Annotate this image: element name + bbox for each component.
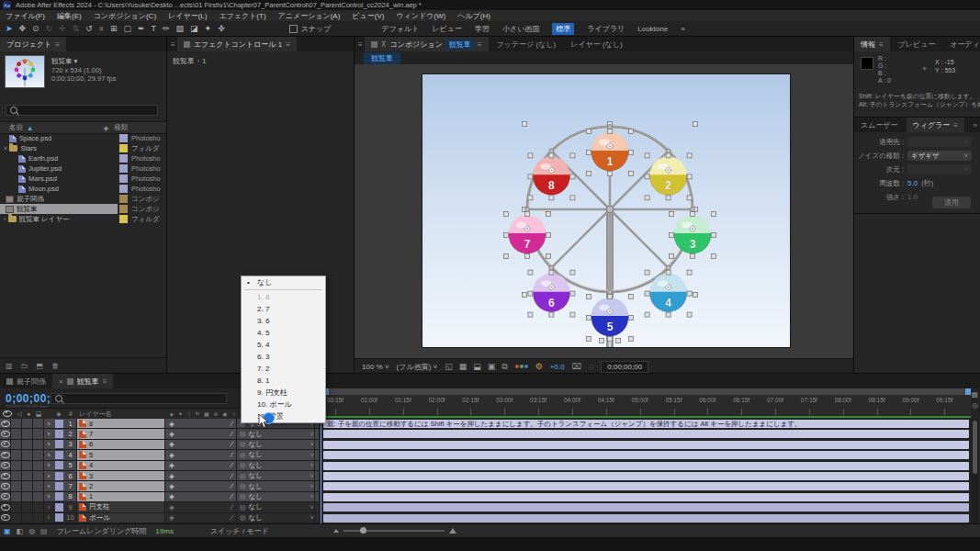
- layer-label-swatch[interactable]: [55, 430, 63, 438]
- new-composition-icon[interactable]: ⬒: [37, 362, 44, 370]
- expand-arrow-icon[interactable]: ˅: [4, 144, 7, 152]
- parent-select[interactable]: なし: [249, 502, 263, 512]
- new-folder-icon[interactable]: 🗀: [21, 362, 28, 370]
- smoother-tab[interactable]: スムーザー: [854, 118, 905, 132]
- layer-name[interactable]: 2: [89, 482, 93, 490]
- camera-tool-icon[interactable]: ⌗: [99, 24, 104, 34]
- resolution-select[interactable]: (フル画質) ˅: [397, 362, 438, 372]
- twirl-arrow-icon[interactable]: ›: [44, 440, 53, 449]
- visibility-eye-icon[interactable]: [1, 493, 10, 500]
- parent-select[interactable]: なし: [249, 482, 263, 491]
- timeline-search-input[interactable]: [51, 393, 227, 404]
- collapse-switch-icon[interactable]: ◈: [169, 461, 175, 469]
- layer-row-2[interactable]: ›27◈∕◎なし˅: [0, 429, 319, 439]
- layer-duration-bar-4[interactable]: [323, 451, 969, 459]
- layer-name[interactable]: 3: [89, 472, 93, 480]
- menu-item-none[interactable]: • なし: [242, 276, 325, 288]
- parent-select[interactable]: なし: [249, 450, 263, 459]
- layer-label-swatch[interactable]: [55, 492, 63, 500]
- twirl-arrow-icon[interactable]: ›: [44, 461, 53, 470]
- timeline-zoom-slider[interactable]: [333, 528, 456, 534]
- project-item-観覧車[interactable]: 観覧車コンポジ: [0, 204, 166, 214]
- zoom-in-icon[interactable]: [449, 528, 456, 534]
- collapse-switch-icon[interactable]: ◈: [169, 513, 175, 522]
- parent-pick-whip-icon[interactable]: ◎: [240, 492, 246, 500]
- layer-label-swatch[interactable]: [55, 472, 63, 480]
- quality-switch-icon[interactable]: ∕: [231, 430, 232, 438]
- pan-camera-tool-icon[interactable]: ✛: [59, 24, 66, 33]
- delete-item-icon[interactable]: 🗑: [51, 362, 59, 370]
- project-tab[interactable]: プロジェクト≡: [0, 37, 66, 51]
- quality-switch-icon[interactable]: ∕: [231, 451, 232, 459]
- twirl-arrow-icon[interactable]: ›: [44, 471, 53, 480]
- layer-duration-bar-1[interactable]: 親: 子を親の位置に移動するには Shift キーを押したままにします。子のトラ…: [323, 420, 969, 428]
- chevron-down-icon[interactable]: ˅: [310, 513, 314, 522]
- panel-menu-icon[interactable]: ≡: [879, 40, 884, 49]
- layer-name[interactable]: 円支柱: [89, 502, 110, 512]
- chevron-down-icon[interactable]: ˅: [310, 482, 314, 490]
- layer-duration-bar-9[interactable]: [323, 503, 969, 512]
- workspace-標準[interactable]: 標準: [552, 23, 574, 35]
- menu-5[interactable]: アニメーション(A): [278, 11, 341, 21]
- eraser-tool-icon[interactable]: ◪: [190, 24, 198, 33]
- type-tool-icon[interactable]: T: [152, 24, 157, 33]
- field-value[interactable]: 5.0: [907, 179, 918, 187]
- preview-tab[interactable]: プレビュー: [892, 37, 942, 51]
- open-comp-tab[interactable]: 観覧車: [364, 52, 400, 64]
- workspace-レビュー[interactable]: レビュー: [432, 24, 462, 34]
- navigator-end-handle[interactable]: [965, 388, 971, 395]
- visibility-eye-icon[interactable]: [1, 421, 10, 427]
- panel-menu-icon[interactable]: ≡: [55, 40, 60, 49]
- mask-visibility-icon[interactable]: ⬓: [473, 362, 481, 372]
- roto-brush-tool-icon[interactable]: ✦: [205, 24, 212, 33]
- chevron-down-icon[interactable]: ˅: [310, 430, 314, 438]
- project-item-Earth.psd[interactable]: Earth.psdPhotosho: [0, 153, 166, 163]
- puppet-pin-tool-icon[interactable]: ✜: [218, 24, 225, 33]
- menu-1[interactable]: 編集(E): [57, 11, 82, 21]
- chevron-down-icon[interactable]: ˅: [310, 503, 314, 512]
- twirl-arrow-icon[interactable]: ›: [44, 450, 53, 459]
- quality-switch-icon[interactable]: ∕: [231, 440, 232, 448]
- quality-switch-icon[interactable]: ∕: [231, 492, 232, 500]
- hand-tool-icon[interactable]: ✥: [19, 24, 27, 33]
- clone-stamp-tool-icon[interactable]: ▨: [176, 24, 185, 33]
- pen-tool-icon[interactable]: ✒: [138, 24, 145, 33]
- label-column-icon[interactable]: ◈: [103, 124, 108, 132]
- collapse-switch-icon[interactable]: ◈: [169, 451, 175, 459]
- hide-shy-layers-icon[interactable]: ◍: [28, 527, 35, 535]
- graph-editor-icon[interactable]: ▦: [971, 390, 978, 399]
- label-swatch[interactable]: [119, 174, 128, 183]
- quality-switch-icon[interactable]: ∕: [231, 513, 232, 522]
- twirl-arrow-icon[interactable]: ›: [44, 502, 53, 512]
- field-select[interactable]: ギザギザ˅: [907, 151, 972, 161]
- parent-select[interactable]: なし: [249, 471, 263, 480]
- layer-name-header[interactable]: レイヤー名: [77, 410, 167, 419]
- timeline-tab-oyako[interactable]: 親子関係: [0, 374, 52, 388]
- parent-pick-whip-icon[interactable]: ◎: [240, 482, 246, 490]
- workspace-デフォルト[interactable]: デフォルト: [381, 24, 419, 34]
- layer-label-swatch[interactable]: [55, 503, 63, 512]
- workspace-小さい画面[interactable]: 小さい画面: [502, 24, 539, 34]
- workspace-Looktone[interactable]: Looktone: [637, 25, 668, 33]
- label-swatch[interactable]: [119, 215, 128, 223]
- panel-group-icon[interactable]: ≡: [171, 40, 175, 49]
- project-item-親子関係[interactable]: 親子関係コンポジ: [0, 194, 166, 204]
- footage-tab[interactable]: フッテージ (なし): [490, 37, 563, 51]
- preview-comp-name[interactable]: 観覧車 ▾: [51, 57, 77, 66]
- menu-item-10. ポール[interactable]: 10. ポール: [242, 399, 325, 410]
- layer-label-swatch[interactable]: [55, 451, 63, 459]
- layer-name[interactable]: 5: [89, 451, 93, 459]
- layer-duration-bar-5[interactable]: [323, 462, 969, 470]
- switch-mode-toggle[interactable]: スイッチ / モード: [210, 526, 269, 536]
- visibility-eye-icon[interactable]: [1, 514, 10, 521]
- visibility-eye-icon[interactable]: [1, 441, 10, 447]
- parent-pick-whip-icon[interactable]: ◎: [240, 440, 246, 448]
- parent-select[interactable]: なし: [249, 461, 263, 470]
- layer-tab[interactable]: レイヤー (なし): [564, 37, 629, 51]
- menu-item-6. 3[interactable]: 6. 3: [242, 351, 325, 363]
- parent-pick-whip-icon[interactable]: ◎: [240, 513, 246, 522]
- project-item-Jupiter.psd[interactable]: Jupiter.psdPhotosho: [0, 163, 166, 174]
- panel-menu-icon[interactable]: ≡: [478, 40, 482, 49]
- menu-item-5. 4[interactable]: 5. 4: [242, 339, 325, 351]
- view-layout-icon[interactable]: ⧉: [501, 362, 507, 372]
